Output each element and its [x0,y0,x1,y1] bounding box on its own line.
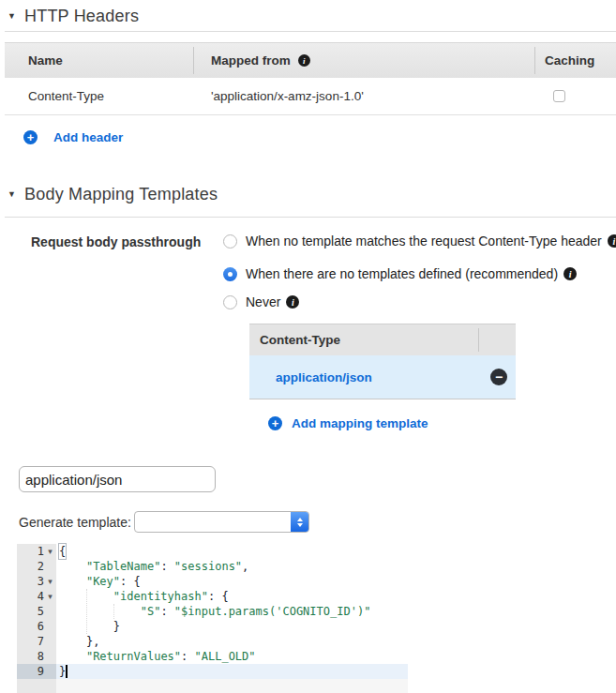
code-line: "ReturnValues": "ALL_OLD" [56,649,408,664]
fold-arrow-icon[interactable]: ▾ [44,592,56,601]
add-header-button[interactable]: + Add header [23,129,123,144]
info-icon[interactable]: i [298,54,310,67]
radio-icon-selected[interactable] [223,267,237,281]
collapse-icon[interactable]: ▼ [8,11,24,21]
mapping-templates-table: Content-Type application/json − [249,324,516,399]
radio-option-no-template-match[interactable]: When no template matches the request Con… [223,234,616,249]
generate-template-select[interactable] [134,511,309,533]
editor-line: 3▾ "Key": { [17,574,408,589]
code-line: }, [56,634,408,649]
line-number: 7 [17,634,56,649]
code-line: "identityhash": { [56,589,408,604]
passthrough-label: Request body passthrough [31,234,201,249]
column-header-content-type: Content-Type [260,324,340,355]
table-header-row: Content-Type [249,324,516,356]
gutter-filler [17,679,56,693]
http-headers-section-header[interactable]: ▼ HTTP Headers [8,6,139,26]
editor-line: 1▾{ [17,544,408,559]
column-divider [534,47,535,74]
select-stepper-icon[interactable] [291,512,308,532]
info-icon[interactable]: i [563,267,577,280]
code-editor[interactable]: 1▾{2 "TableName": "sessions",3▾ "Key": {… [17,542,408,693]
editor-line: 6 } [17,619,408,634]
radio-option-never[interactable]: Never i [223,294,299,309]
section-title: HTTP Headers [24,7,139,26]
template-name-input[interactable] [19,466,216,492]
column-header-name: Name [28,43,63,78]
radio-icon[interactable] [223,234,237,249]
code-line: { [56,544,408,559]
fold-arrow-icon[interactable]: ▾ [44,547,56,556]
code-line: } [56,664,408,679]
code-line: "TableName": "sessions", [56,559,408,574]
code-line: "S": "$input.params('COGNITO_ID')" [56,604,408,619]
code-filler [56,679,408,693]
column-divider [193,47,194,74]
remove-template-icon[interactable]: − [490,369,507,385]
radio-icon[interactable] [223,295,237,309]
line-number: 6 [17,619,56,634]
editor-line: 2 "TableName": "sessions", [17,559,408,574]
line-number: 4▾ [17,589,56,604]
add-mapping-template-button[interactable]: + Add mapping template [268,415,428,430]
divider [5,217,616,218]
radio-option-no-templates-defined[interactable]: When there are no templates defined (rec… [223,266,577,281]
body-mapping-section-header[interactable]: ▼ Body Mapping Templates [8,184,218,204]
generate-template-label: Generate template: [19,515,131,530]
editor-line: 8 "ReturnValues": "ALL_OLD" [17,649,408,664]
editor-line: 5 "S": "$input.params('COGNITO_ID')" [17,604,408,619]
header-name-cell: Content-Type [28,78,104,114]
line-number: 3▾ [17,574,56,589]
plus-icon[interactable]: + [268,416,282,430]
line-number: 5 [17,604,56,619]
code-line: } [56,619,408,634]
editor-line: 9} [17,664,408,679]
column-divider [478,328,479,352]
info-icon[interactable]: i [608,234,616,248]
indent-guide [113,604,114,619]
plus-icon[interactable]: + [23,130,38,144]
mapped-from-cell: 'application/x-amz-json-1.0' [211,78,364,114]
line-number: 9 [17,664,56,679]
code-line: "Key": { [56,574,408,589]
editor-filler-row [17,679,408,693]
http-headers-table: Name Mapped from i Caching Content-Type … [5,42,616,115]
line-number: 2 [17,559,56,574]
fold-arrow-icon[interactable]: ▾ [44,577,56,586]
section-title: Body Mapping Templates [24,185,218,204]
line-number: 8 [17,649,56,664]
template-row-selected[interactable]: application/json − [249,355,516,399]
column-header-mapped-from: Mapped from i [211,43,310,78]
column-header-caching: Caching [545,43,594,78]
table-row: Content-Type 'application/x-amz-json-1.0… [5,78,616,115]
info-icon[interactable]: i [286,295,299,309]
indent-guide [86,589,87,634]
divider [5,31,616,32]
caching-checkbox[interactable] [553,90,565,102]
table-header-row: Name Mapped from i Caching [5,42,616,79]
editor-line: 4▾ "identityhash": { [17,589,408,604]
editor-line: 7 }, [17,634,408,649]
text-cursor [66,665,68,678]
line-number: 1▾ [17,544,56,559]
collapse-icon[interactable]: ▼ [8,189,24,199]
